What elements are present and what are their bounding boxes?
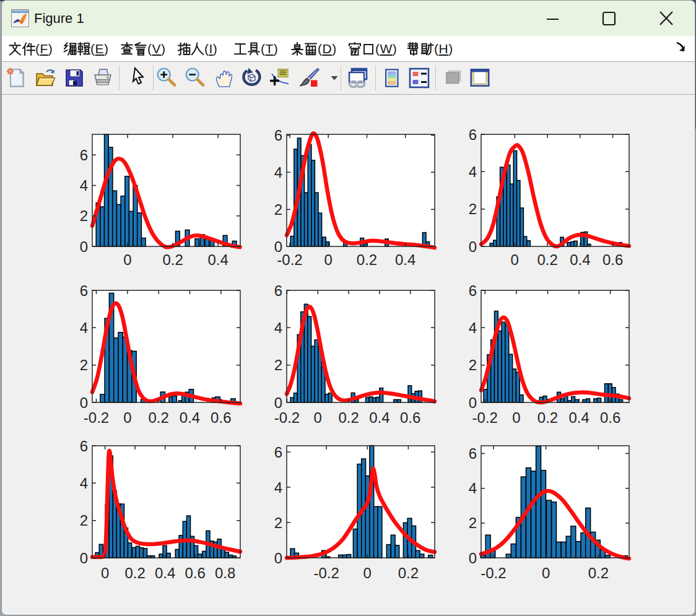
- svg-text:0: 0: [512, 409, 520, 426]
- svg-text:4: 4: [274, 479, 282, 496]
- svg-text:6: 6: [469, 445, 477, 462]
- svg-text:0: 0: [314, 409, 322, 426]
- svg-text:0.4: 0.4: [570, 251, 590, 268]
- svg-text:0: 0: [80, 394, 88, 411]
- svg-text:0.6: 0.6: [185, 565, 206, 581]
- svg-text:0.4: 0.4: [369, 409, 389, 426]
- svg-text:4: 4: [274, 164, 282, 181]
- svg-text:0: 0: [123, 251, 131, 268]
- svg-text:-0.2: -0.2: [472, 409, 498, 426]
- svg-text:-0.2: -0.2: [481, 565, 506, 581]
- svg-text:0.6: 0.6: [211, 409, 231, 426]
- svg-text:0.4: 0.4: [208, 251, 228, 268]
- svg-text:4: 4: [80, 319, 88, 336]
- svg-text:0.4: 0.4: [395, 251, 415, 268]
- svg-text:2: 2: [469, 514, 477, 531]
- svg-text:0: 0: [80, 238, 88, 255]
- svg-text:0: 0: [274, 238, 282, 255]
- svg-text:4: 4: [274, 319, 282, 336]
- svg-text:0.6: 0.6: [400, 409, 420, 426]
- svg-text:0.4: 0.4: [155, 565, 175, 581]
- svg-text:4: 4: [80, 475, 88, 492]
- svg-text:0: 0: [123, 409, 131, 426]
- svg-text:6: 6: [469, 282, 477, 299]
- svg-text:0.6: 0.6: [602, 251, 623, 268]
- svg-text:-0.2: -0.2: [274, 409, 300, 426]
- svg-text:2: 2: [274, 357, 282, 373]
- svg-text:0.8: 0.8: [215, 565, 235, 581]
- svg-text:0.2: 0.2: [588, 565, 609, 581]
- svg-text:0: 0: [469, 394, 477, 411]
- svg-text:0.4: 0.4: [180, 409, 200, 426]
- svg-text:2: 2: [469, 201, 477, 217]
- svg-text:0: 0: [274, 550, 282, 566]
- svg-text:4: 4: [80, 177, 88, 194]
- svg-text:6: 6: [274, 282, 282, 299]
- svg-text:0: 0: [511, 251, 519, 268]
- svg-text:2: 2: [274, 201, 282, 218]
- svg-text:6: 6: [80, 438, 88, 454]
- svg-text:0: 0: [274, 394, 282, 411]
- svg-text:4: 4: [469, 163, 477, 180]
- svg-text:6: 6: [80, 282, 88, 299]
- svg-text:0.2: 0.2: [537, 409, 558, 426]
- svg-text:2: 2: [80, 357, 88, 373]
- svg-text:2: 2: [469, 357, 477, 373]
- svg-text:-0.2: -0.2: [313, 565, 339, 581]
- svg-text:2: 2: [80, 207, 88, 224]
- svg-text:6: 6: [80, 147, 88, 163]
- svg-text:0.2: 0.2: [357, 251, 377, 268]
- svg-text:6: 6: [274, 127, 282, 144]
- svg-text:0: 0: [101, 565, 109, 581]
- svg-text:0.2: 0.2: [338, 409, 359, 426]
- svg-text:0: 0: [469, 238, 477, 255]
- svg-text:2: 2: [274, 514, 282, 531]
- svg-text:0.4: 0.4: [568, 409, 589, 426]
- svg-text:-0.2: -0.2: [84, 409, 109, 426]
- svg-text:0.2: 0.2: [149, 409, 169, 426]
- svg-text:0.2: 0.2: [162, 251, 183, 268]
- svg-text:4: 4: [469, 319, 477, 336]
- svg-text:0: 0: [542, 565, 550, 581]
- svg-text:0: 0: [363, 565, 372, 581]
- svg-text:2: 2: [80, 512, 88, 529]
- svg-text:0.6: 0.6: [600, 409, 620, 426]
- svg-text:0: 0: [469, 550, 477, 566]
- svg-text:0: 0: [324, 251, 333, 268]
- svg-text:0.2: 0.2: [537, 251, 557, 268]
- svg-text:0.2: 0.2: [398, 565, 419, 581]
- svg-text:4: 4: [469, 480, 477, 497]
- svg-text:6: 6: [274, 444, 282, 461]
- svg-text:0: 0: [80, 550, 88, 566]
- svg-text:6: 6: [469, 126, 477, 143]
- svg-text:0.2: 0.2: [124, 565, 145, 581]
